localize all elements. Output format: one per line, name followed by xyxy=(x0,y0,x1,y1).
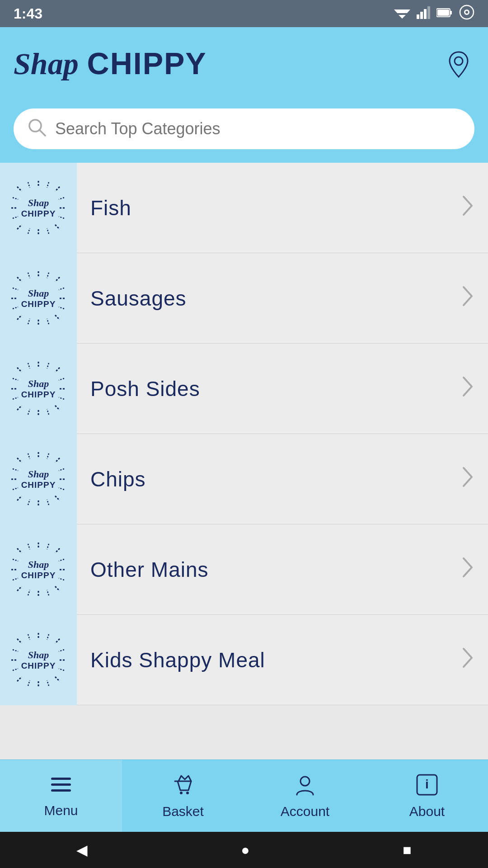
basket-icon xyxy=(171,773,195,800)
svg-line-27 xyxy=(13,217,18,218)
svg-line-29 xyxy=(59,217,64,218)
svg-point-13 xyxy=(455,57,463,65)
category-name: Kids Shappy Meal xyxy=(77,648,461,672)
svg-line-104 xyxy=(28,634,30,640)
svg-point-115 xyxy=(180,792,183,794)
svg-line-101 xyxy=(55,677,60,681)
category-thumb: Shap CHIPPY xyxy=(0,163,77,253)
svg-line-39 xyxy=(17,315,22,320)
category-item[interactable]: Shap CHIPPY Sausages xyxy=(0,253,488,344)
search-bar xyxy=(14,108,474,149)
svg-line-72 xyxy=(28,453,30,459)
svg-line-62 xyxy=(28,409,30,415)
svg-line-42 xyxy=(13,288,18,290)
android-back[interactable]: ◀ xyxy=(76,841,88,859)
svg-rect-4 xyxy=(420,12,423,19)
svg-line-37 xyxy=(55,315,60,320)
svg-line-55 xyxy=(17,406,22,410)
svg-line-86 xyxy=(55,548,60,553)
search-input[interactable] xyxy=(55,119,461,138)
search-icon xyxy=(27,118,46,141)
svg-line-102 xyxy=(55,639,60,643)
svg-line-108 xyxy=(59,650,64,651)
svg-rect-114 xyxy=(51,789,71,792)
svg-line-21 xyxy=(55,225,60,229)
svg-line-59 xyxy=(13,397,18,399)
svg-marker-2 xyxy=(399,15,406,19)
svg-line-73 xyxy=(47,453,49,459)
category-name: Sausages xyxy=(77,286,461,311)
svg-line-41 xyxy=(47,273,49,278)
svg-line-74 xyxy=(13,469,18,471)
category-item[interactable]: Shap CHIPPY Fish xyxy=(0,163,488,253)
svg-line-88 xyxy=(28,544,30,549)
chevron-right-icon xyxy=(461,466,488,492)
category-item[interactable]: Shap CHIPPY Other Mains xyxy=(0,524,488,615)
svg-line-52 xyxy=(17,368,22,372)
category-thumb: Shap CHIPPY xyxy=(0,434,77,524)
svg-line-47 xyxy=(47,319,49,324)
category-list: Shap CHIPPY Fish xyxy=(0,163,488,705)
svg-line-69 xyxy=(55,496,60,500)
svg-line-84 xyxy=(17,548,22,553)
svg-line-46 xyxy=(28,319,30,324)
nav-item-about[interactable]: i About xyxy=(366,760,488,832)
signal-icon xyxy=(417,5,430,22)
svg-rect-5 xyxy=(424,9,427,19)
svg-line-25 xyxy=(47,182,49,188)
svg-line-111 xyxy=(47,680,49,686)
svg-line-54 xyxy=(55,368,60,372)
android-home[interactable]: ● xyxy=(241,842,249,859)
svg-line-95 xyxy=(47,590,49,595)
wifi-icon xyxy=(394,6,410,22)
svg-line-103 xyxy=(17,677,22,681)
category-item[interactable]: Shap CHIPPY Kids Shappy Meal xyxy=(0,615,488,705)
svg-line-106 xyxy=(13,650,18,651)
category-name: Posh Sides xyxy=(77,377,461,401)
svg-line-40 xyxy=(28,273,30,278)
account-label: Account xyxy=(281,804,329,819)
chevron-right-icon xyxy=(461,285,488,311)
chevron-right-icon xyxy=(461,376,488,402)
menu-label: Menu xyxy=(44,803,78,818)
category-thumb: Shap CHIPPY xyxy=(0,344,77,434)
svg-line-56 xyxy=(28,363,30,368)
svg-line-23 xyxy=(17,225,22,229)
svg-point-12 xyxy=(465,11,468,14)
svg-line-30 xyxy=(28,228,30,234)
svg-line-44 xyxy=(59,288,64,290)
nav-item-basket[interactable]: Basket xyxy=(122,760,244,832)
category-item[interactable]: Shap CHIPPY Chips xyxy=(0,434,488,524)
svg-line-20 xyxy=(17,187,22,191)
svg-line-94 xyxy=(28,590,30,595)
status-time: 1:43 xyxy=(14,5,42,22)
category-item[interactable]: Shap CHIPPY Posh Sides xyxy=(0,344,488,434)
status-bar: 1:43 xyxy=(0,0,488,27)
about-label: About xyxy=(409,804,445,819)
svg-line-31 xyxy=(47,228,49,234)
svg-point-116 xyxy=(186,792,189,794)
svg-rect-112 xyxy=(51,778,71,780)
account-icon xyxy=(293,773,317,800)
svg-line-63 xyxy=(47,409,49,415)
svg-line-61 xyxy=(59,397,64,399)
app-icon xyxy=(459,5,474,23)
svg-line-76 xyxy=(59,469,64,471)
svg-line-89 xyxy=(47,544,49,549)
about-icon: i xyxy=(415,773,439,800)
svg-rect-113 xyxy=(51,783,71,786)
nav-item-menu[interactable]: Menu xyxy=(0,760,122,832)
svg-line-71 xyxy=(17,496,22,500)
svg-line-100 xyxy=(17,639,22,643)
location-icon[interactable] xyxy=(443,47,474,79)
svg-line-53 xyxy=(55,406,60,410)
svg-line-36 xyxy=(17,277,22,282)
nav-item-account[interactable]: Account xyxy=(244,760,366,832)
android-recents[interactable]: ■ xyxy=(403,842,411,859)
svg-line-75 xyxy=(13,488,18,490)
svg-line-79 xyxy=(47,500,49,505)
svg-point-117 xyxy=(300,777,310,786)
category-thumb: Shap CHIPPY xyxy=(0,253,77,344)
status-icons xyxy=(394,5,474,23)
svg-line-60 xyxy=(59,378,64,380)
